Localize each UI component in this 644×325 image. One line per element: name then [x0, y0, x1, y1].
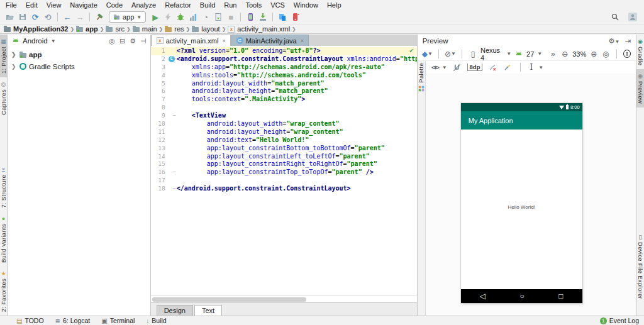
- statusbar-terminal[interactable]: ▣Terminal: [101, 317, 135, 324]
- code-line-1[interactable]: 1<?xml version="1.0" encoding="utf-8"?>: [151, 47, 417, 55]
- editor-mode-tab-text[interactable]: Text: [194, 305, 222, 316]
- menu-edit[interactable]: Edit: [21, 1, 42, 9]
- menu-run[interactable]: Run: [219, 1, 241, 9]
- hello-world-text[interactable]: Hello World!: [461, 204, 582, 210]
- tool-window-button-captures[interactable]: ◎Captures: [0, 77, 7, 119]
- debug-icon[interactable]: [174, 11, 187, 23]
- breadcrumb-item-res[interactable]: res: [165, 25, 184, 33]
- build-hammer-icon[interactable]: [93, 11, 106, 23]
- back-icon[interactable]: ←: [61, 11, 74, 23]
- palette-tab[interactable]: Palette: [418, 63, 425, 83]
- event-log-button[interactable]: 1 Event Log: [600, 317, 639, 324]
- code-line-9[interactable]: 9– <TextView: [151, 112, 417, 120]
- text-cursor-icon[interactable]: I: [530, 63, 533, 72]
- close-icon[interactable]: ×: [301, 38, 304, 44]
- inspection-status-icon[interactable]: ✔: [409, 47, 414, 55]
- fold-marker[interactable]: –: [173, 168, 176, 177]
- stop-icon[interactable]: ■: [225, 11, 237, 23]
- run-icon[interactable]: ▶: [149, 11, 162, 23]
- code-line-3[interactable]: 3 xmlns:app="http://schemas.android.com/…: [151, 63, 417, 72]
- breadcrumb-item-myapplication32[interactable]: MyApplication32: [4, 25, 68, 33]
- code-line-16[interactable]: 16– app:layout_constraintTop_toTopOf="pa…: [151, 168, 417, 177]
- code-line-6[interactable]: 6 android:layout_height="match_parent": [151, 87, 417, 96]
- tool-window-button-2-favorites[interactable]: ★2: Favorites: [0, 267, 7, 316]
- expand-chevron-icon[interactable]: ❯: [11, 52, 17, 58]
- zoom-in-button[interactable]: ⊕: [589, 49, 598, 59]
- editor-tab-mainactivity-java[interactable]: CMainActivity.java×: [231, 35, 309, 46]
- fold-marker[interactable]: –: [173, 112, 176, 120]
- close-icon[interactable]: ×: [222, 38, 225, 44]
- device-monitor-icon[interactable]: [276, 11, 289, 23]
- breadcrumb-item-activity_main.xml[interactable]: xactivity_main.xml: [228, 25, 290, 33]
- open-icon[interactable]: [4, 11, 16, 23]
- search-icon[interactable]: [609, 11, 621, 23]
- device-selector[interactable]: Nexus 4: [480, 47, 503, 62]
- code-line-13[interactable]: 13 app:layout_constraintBottom_toBottomO…: [151, 145, 417, 153]
- tree-item-gradle-scripts[interactable]: ❯Gradle Scripts: [8, 60, 150, 72]
- breadcrumb-item-layout[interactable]: layout: [192, 25, 219, 33]
- code-line-11[interactable]: 11 android:layout_height="wrap_content": [151, 128, 417, 136]
- clear-constraints-icon[interactable]: [488, 62, 497, 72]
- zoom-fit-button[interactable]: ◎: [601, 49, 610, 59]
- settings-gear-icon[interactable]: ⚙▼: [608, 36, 619, 45]
- forward-icon[interactable]: →: [74, 11, 86, 23]
- code-line-15[interactable]: 15 app:layout_constraintRight_toRightOf=…: [151, 160, 417, 168]
- device-preview[interactable]: 8:00 My Application Hello World! ◁ ○: [461, 103, 582, 303]
- menu-file[interactable]: File: [1, 1, 21, 9]
- restore-icon[interactable]: ⟲: [42, 11, 54, 23]
- breadcrumb-item-app[interactable]: app: [76, 25, 98, 33]
- code-editor[interactable]: ✔ 1<?xml version="1.0" encoding="utf-8"?…: [151, 46, 417, 295]
- code-line-14[interactable]: 14 app:layout_constraintLeft_toLeftOf="p…: [151, 153, 417, 161]
- menu-build[interactable]: Build: [196, 1, 219, 9]
- settings-gear-icon[interactable]: ⚙: [130, 37, 136, 45]
- profiler-icon[interactable]: [187, 11, 199, 23]
- breadcrumb-item-src[interactable]: src: [106, 25, 125, 33]
- api-level-selector[interactable]: 27: [526, 50, 534, 58]
- editor-mode-tab-design[interactable]: Design: [157, 305, 193, 316]
- statusbar-6-logcat[interactable]: ≣6: Logcat: [55, 317, 91, 324]
- attach-debugger-icon[interactable]: [212, 11, 225, 23]
- menu-analyze[interactable]: Analyze: [127, 1, 160, 9]
- fold-marker[interactable]: –: [173, 185, 176, 193]
- infer-constraints-icon[interactable]: [502, 62, 511, 72]
- default-margin-selector[interactable]: 8dp: [467, 63, 483, 71]
- scrollbar-thumb[interactable]: [152, 297, 306, 302]
- locate-icon[interactable]: ◎: [109, 37, 115, 45]
- fold-marker[interactable]: –: [173, 55, 176, 63]
- zoom-out-button[interactable]: ⊖: [560, 49, 569, 59]
- code-line-10[interactable]: 10 android:layout_width="wrap_content": [151, 120, 417, 128]
- code-line-17[interactable]: 17: [151, 177, 417, 185]
- toolbar-overflow-icon[interactable]: »: [548, 49, 557, 59]
- code-line-4[interactable]: 4 xmlns:tools="http://schemas.android.co…: [151, 72, 417, 80]
- hide-panel-icon[interactable]: ⇥: [625, 36, 631, 45]
- project-view-selector[interactable]: Android: [23, 37, 48, 45]
- code-line-18[interactable]: 18–</android.support.constraint.Constrai…: [151, 185, 417, 193]
- expand-chevron-icon[interactable]: ❯: [11, 63, 17, 70]
- code-line-2[interactable]: 2C–<android.support.constraint.Constrain…: [151, 55, 417, 63]
- avatar-icon[interactable]: [626, 11, 639, 23]
- breadcrumb-item-main[interactable]: main: [133, 25, 157, 33]
- view-options-eye-icon[interactable]: [431, 62, 440, 72]
- menu-refactor[interactable]: Refactor: [160, 1, 196, 9]
- statusbar-build[interactable]: ↓Build: [146, 317, 166, 324]
- tool-window-button-preview[interactable]: ◉Preview: [636, 69, 644, 107]
- horizontal-scrollbar[interactable]: [151, 295, 417, 302]
- autoconnect-magnet-off-icon[interactable]: [453, 62, 462, 72]
- profile-icon[interactable]: ◔: [199, 11, 212, 23]
- sdk-manager-icon[interactable]: [257, 11, 269, 23]
- render-errors-badge[interactable]: !: [623, 50, 631, 58]
- tool-window-button-build-variants[interactable]: ●Build Variants: [0, 212, 7, 267]
- menu-view[interactable]: View: [42, 1, 66, 9]
- menu-vcs[interactable]: VCS: [266, 1, 289, 9]
- code-line-8[interactable]: 8: [151, 104, 417, 112]
- preview-canvas[interactable]: 8:00 My Application Hello World! ◁ ○: [426, 74, 636, 316]
- logcat-icon[interactable]: [289, 11, 301, 23]
- tree-item-app[interactable]: ❯app: [8, 48, 150, 60]
- code-line-5[interactable]: 5 android:layout_width="match_parent": [151, 80, 417, 88]
- hide-panel-icon[interactable]: ⊣: [140, 37, 147, 45]
- code-line-12[interactable]: 12 android:text="Hello World!": [151, 136, 417, 145]
- avd-manager-icon[interactable]: [244, 11, 257, 23]
- menu-navigate[interactable]: Navigate: [65, 1, 101, 9]
- editor-tab-activity-main-xml[interactable]: xactivity_main.xml×: [152, 35, 231, 46]
- menu-help[interactable]: Help: [323, 1, 346, 9]
